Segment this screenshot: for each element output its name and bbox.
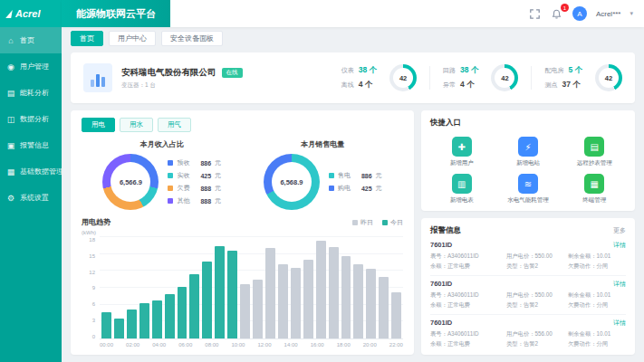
donut-block-1: 本月销售电量 6,568.9 售电886元购电425元 (243, 139, 404, 210)
content: 安科瑞电气股份有限公司 在线 变压器：1 台 仪表38 个离线4 个42回路38… (62, 49, 644, 362)
quick-entry-1[interactable]: ✚新增用户 (430, 137, 493, 166)
legend-label: 购电 (338, 184, 358, 193)
quick-entry-4[interactable]: ▥新增电表 (430, 174, 493, 203)
notification-bell-icon[interactable]: 1 (551, 7, 563, 20)
tab-2[interactable]: 用户中心 (109, 31, 156, 46)
quick-entry-label: 新增电表 (450, 196, 474, 203)
quick-entry-2[interactable]: ⚡新增电站 (496, 137, 559, 166)
sidebar-item-4[interactable]: ◫数据分析 (0, 106, 62, 132)
trend-legend: 昨日今日 (352, 218, 403, 227)
income-donut-chart: 6,566.9 (102, 154, 159, 210)
card-title: 报警信息 (430, 225, 461, 236)
chevron-down-icon[interactable]: ▾ (630, 10, 633, 17)
sidebar-item-5[interactable]: ▣报警信息 (0, 132, 62, 158)
sidebar-item-1[interactable]: ⌂首页 (0, 27, 62, 53)
alarm-row: 7601ID详情表号：A3406011ID用户电价：550.00剩余金额：10.… (430, 276, 626, 315)
quick-entry-3[interactable]: ▤远程抄表管理 (563, 137, 626, 166)
legend-item[interactable]: 昨日 (352, 218, 373, 227)
bar (215, 246, 225, 338)
bar (165, 294, 175, 338)
company-name: 安科瑞电气股份有限公司 (121, 67, 216, 79)
detail-link[interactable]: 详情 (613, 241, 626, 250)
energy-tab-2[interactable]: 用水 (120, 118, 153, 132)
stat-row: 异常4 个 (443, 80, 478, 90)
quick-entry-5[interactable]: ≋水电气能耗管理 (496, 174, 559, 203)
legend-swatch (329, 173, 334, 178)
energy-manage-icon: ≋ (518, 174, 538, 194)
energy-tab-3[interactable]: 用气 (158, 118, 191, 132)
legend-item[interactable]: 购电425元 (329, 184, 382, 193)
donuts-row: 本月收入占比 6,566.9 预收886元实收425元欠费888元其他888元 … (82, 139, 403, 210)
stat-row: 回路38 个 (443, 65, 478, 76)
alarm-fields: 表号：A3406011ID用户电价：556.00剩余金额：10.01余额：正常电… (430, 330, 626, 348)
y-tick-label: 15 (89, 253, 95, 259)
sales-donut-chart: 6,568.9 (264, 154, 320, 210)
home-icon: ⌂ (6, 36, 15, 45)
bar (227, 251, 237, 338)
page-title: 能源物联网云平台 (62, 0, 170, 27)
legend-unit: 元 (215, 196, 221, 205)
card-title: 快捷入口 (430, 118, 626, 129)
company-info: 安科瑞电气股份有限公司 在线 变压器：1 台 (121, 67, 243, 90)
bar (178, 287, 187, 338)
logo[interactable]: Acrel (0, 0, 62, 27)
bars (100, 237, 403, 338)
legend-item[interactable]: 售电886元 (329, 171, 382, 180)
x-tick-label: 00:00 (100, 342, 113, 348)
topbar-right: 1 A Acrel*** ▾ (529, 6, 644, 21)
legend-item[interactable]: 预收886元 (168, 158, 221, 167)
detail-link[interactable]: 详情 (613, 280, 626, 289)
energy-tabs: 用电用水用气 (82, 118, 403, 132)
fullscreen-icon[interactable] (529, 7, 542, 20)
sidebar-item-6[interactable]: ▦基础数据管理 (0, 158, 62, 185)
legend-value: 886 (361, 173, 372, 179)
quick-entry-card: 快捷入口 ✚新增用户⚡新增电站▤远程抄表管理▥新增电表≋水电气能耗管理▦终端管理 (421, 110, 635, 211)
bar (253, 280, 263, 338)
quick-entry-label: 水电气能耗管理 (507, 196, 549, 203)
sidebar-item-7[interactable]: ⚙系统设置 (0, 185, 62, 211)
sidebar: Acrel ⌂首页◉用户管理▤能耗分析◫数据分析▣报警信息▦基础数据管理⚙系统设… (0, 0, 62, 362)
sidebar-item-label: 能耗分析 (20, 88, 49, 98)
sidebar-item-label: 用户管理 (20, 62, 49, 71)
sidebar-item-2[interactable]: ◉用户管理 (0, 53, 62, 80)
alarm-row: 7601ID详情表号：A3406011ID用户电价：550.00剩余金额：10.… (430, 237, 626, 276)
legend-item[interactable]: 今日 (382, 218, 403, 227)
main-row: 用电用水用气 本月收入占比 6,566.9 预收886元实收425元欠费888元… (71, 110, 635, 355)
legend-label: 实收 (177, 171, 197, 180)
tab-3[interactable]: 安全设备面板 (161, 31, 223, 46)
x-tick-label: 18:00 (337, 342, 351, 348)
bar (202, 262, 212, 338)
tabs-bar: 首页用户中心安全设备面板 (62, 27, 644, 49)
ring-gauge: 42 (389, 64, 417, 91)
avatar[interactable]: A (572, 6, 587, 21)
donut-block-0: 本月收入占比 6,566.9 预收886元实收425元欠费888元其他888元 (82, 139, 243, 210)
more-link[interactable]: 更多 (613, 226, 626, 235)
sidebar-item-label: 首页 (20, 35, 34, 45)
y-tick-label: 18 (89, 237, 95, 243)
stat-value: 4 个 (359, 80, 373, 90)
legend-value: 425 (200, 173, 211, 179)
quick-entry-6[interactable]: ▦终端管理 (563, 174, 626, 203)
users-icon: ◉ (6, 62, 15, 71)
stat-label: 配电房 (544, 66, 563, 75)
company-sub: 变压器：1 台 (121, 81, 243, 90)
quick-entry-label: 新增电站 (516, 159, 540, 166)
y-tick-label: 9 (92, 285, 95, 291)
legend-item[interactable]: 实收425元 (168, 171, 221, 180)
bar (316, 241, 326, 338)
stat-label: 离线 (341, 81, 354, 90)
detail-link[interactable]: 详情 (613, 319, 626, 328)
stat-group: 回路38 个异常4 个 (443, 65, 478, 90)
bar (366, 269, 376, 338)
legend-value: 886 (200, 160, 211, 167)
tab-1[interactable]: 首页 (71, 31, 103, 46)
alarm-id: 7601ID (430, 241, 452, 249)
alarm-id: 7601ID (430, 319, 452, 327)
legend-item[interactable]: 欠费888元 (168, 184, 221, 193)
legend-item[interactable]: 其他888元 (168, 196, 221, 205)
chart-title: 本月销售电量 (301, 139, 344, 149)
quick-entry-label: 终端管理 (582, 196, 606, 203)
energy-tab-1[interactable]: 用电 (82, 118, 115, 132)
company-card: 安科瑞电气股份有限公司 在线 变压器：1 台 仪表38 个离线4 个42回路38… (71, 52, 635, 103)
sidebar-item-3[interactable]: ▤能耗分析 (0, 80, 62, 106)
